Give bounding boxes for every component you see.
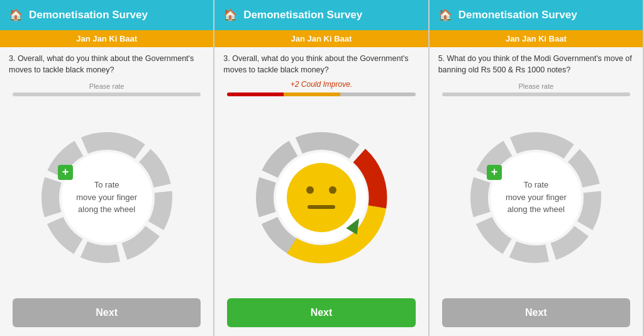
- panel-1-title: Demonetisation Survey: [29, 9, 148, 21]
- svg-text:+: +: [62, 165, 69, 178]
- svg-rect-11: [308, 205, 335, 209]
- panel-3-wheel-container[interactable]: + To ratemove your fingeralong the wheel: [430, 98, 643, 293]
- panel-2-header: 🏠 Demonetisation Survey: [214, 0, 428, 30]
- panel-2-rate-bar-container: [214, 91, 428, 98]
- svg-text:+: +: [491, 165, 498, 178]
- panel-2-wheel-container[interactable]: [214, 98, 428, 293]
- svg-point-9: [306, 186, 314, 194]
- panel-3-subtitle: Jan Jan Ki Baat: [430, 30, 643, 47]
- panel-2-rate-bar: [227, 92, 415, 96]
- panel-3-question: 5. What do you think of the Modi Governm…: [430, 47, 643, 80]
- home-icon-2: 🏠: [223, 8, 237, 22]
- panel-2-next-button[interactable]: Next: [227, 298, 415, 327]
- panel-3-rate-bar-container: [430, 91, 643, 98]
- panel-1-wheel-container[interactable]: + To ratemove your fingeralong the wheel: [0, 98, 213, 293]
- svg-point-14: [491, 152, 581, 243]
- panel-3-next-button[interactable]: Next: [442, 298, 630, 327]
- panel-2-status: +2 Could Improve.: [214, 80, 428, 90]
- panel-2: 🏠 Demonetisation Survey Jan Jan Ki Baat …: [214, 0, 429, 336]
- panel-1-next-button[interactable]: Next: [13, 298, 201, 327]
- panel-3-wheel-svg: +: [467, 128, 605, 267]
- svg-point-10: [329, 186, 336, 194]
- panel-2-title: Demonetisation Survey: [243, 9, 362, 21]
- panel-1-wheel-svg: +: [38, 128, 176, 267]
- panel-2-wheel-svg: [252, 128, 391, 267]
- panel-1-question: 3. Overall, what do you think about the …: [0, 47, 213, 80]
- panel-3: 🏠 Demonetisation Survey Jan Jan Ki Baat …: [430, 0, 644, 336]
- panel-1-rate-bar-container: [0, 91, 213, 98]
- panel-1-subtitle: Jan Jan Ki Baat: [0, 30, 213, 47]
- home-icon-1: 🏠: [9, 8, 23, 22]
- home-icon-3: 🏠: [438, 8, 452, 22]
- panel-2-question: 3. Overall, what do you think about the …: [214, 47, 428, 80]
- panel-3-rate-bar: [442, 92, 630, 96]
- panel-3-rate-label: Please rate: [430, 82, 643, 90]
- panel-1-rate-label: Please rate: [0, 82, 213, 90]
- panel-1-rate-bar: [13, 92, 201, 96]
- panel-1: 🏠 Demonetisation Survey Jan Jan Ki Baat …: [0, 0, 214, 336]
- panel-3-header: 🏠 Demonetisation Survey: [430, 0, 643, 30]
- panel-1-header: 🏠 Demonetisation Survey: [0, 0, 213, 30]
- panel-2-subtitle: Jan Jan Ki Baat: [214, 30, 428, 47]
- panel-3-title: Demonetisation Survey: [458, 9, 577, 21]
- svg-point-8: [287, 163, 356, 232]
- svg-point-1: [62, 152, 152, 243]
